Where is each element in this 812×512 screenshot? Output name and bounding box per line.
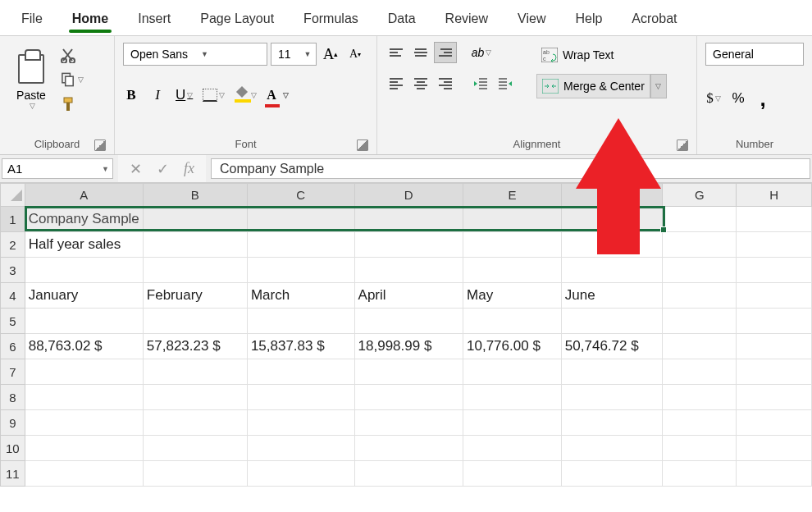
cell-f5[interactable]	[561, 309, 662, 334]
cell-g2[interactable]	[663, 232, 737, 258]
row-header-5[interactable]: 5	[1, 309, 25, 334]
cell-e4[interactable]: May	[463, 283, 562, 309]
cell-e1[interactable]	[463, 207, 562, 232]
cell-d11[interactable]	[354, 461, 463, 487]
tab-review[interactable]: Review	[431, 3, 503, 33]
cell-f11[interactable]	[561, 461, 662, 487]
cell-a9[interactable]	[25, 410, 143, 436]
alignment-dialog-launcher[interactable]	[677, 139, 688, 151]
cell-h3[interactable]	[737, 258, 812, 283]
row-header-1[interactable]: 1	[1, 207, 25, 232]
cell-b3[interactable]	[143, 258, 247, 283]
cell-h10[interactable]	[737, 436, 812, 461]
clipboard-dialog-launcher[interactable]	[94, 139, 106, 151]
cell-a2[interactable]: Half year sales	[25, 232, 143, 258]
cell-c3[interactable]	[247, 258, 354, 283]
cell-a7[interactable]	[25, 359, 143, 385]
cell-e11[interactable]	[463, 461, 562, 487]
merge-center-button[interactable]: Merge & Center	[536, 74, 650, 98]
cell-e8[interactable]	[463, 385, 562, 410]
cell-b6[interactable]: 57,823.23 $	[143, 334, 247, 359]
col-header-e[interactable]: E	[463, 184, 562, 207]
align-top-button[interactable]	[385, 43, 407, 62]
row-header-11[interactable]: 11	[1, 461, 25, 487]
accounting-format-button[interactable]: $▽	[705, 89, 722, 108]
cell-c10[interactable]	[247, 436, 354, 461]
col-header-f[interactable]: F	[561, 184, 662, 207]
row-header-6[interactable]: 6	[1, 334, 25, 359]
row-header-8[interactable]: 8	[1, 385, 25, 410]
row-header-7[interactable]: 7	[1, 359, 25, 385]
cell-a10[interactable]	[25, 436, 143, 461]
increase-indent-button[interactable]	[495, 74, 517, 94]
cell-c2[interactable]	[247, 232, 354, 258]
cell-b8[interactable]	[143, 385, 247, 410]
name-box[interactable]: A1 ▼	[2, 158, 113, 179]
cell-a8[interactable]	[25, 385, 143, 410]
cell-b2[interactable]	[143, 232, 247, 258]
cell-h11[interactable]	[737, 461, 812, 487]
cell-g11[interactable]	[663, 461, 737, 487]
tab-formulas[interactable]: Formulas	[289, 3, 373, 33]
row-header-4[interactable]: 4	[1, 283, 25, 309]
cell-c8[interactable]	[247, 385, 354, 410]
insert-function-button[interactable]: fx	[184, 160, 194, 177]
cell-g3[interactable]	[663, 258, 737, 283]
cell-d10[interactable]	[354, 436, 463, 461]
cell-e9[interactable]	[463, 410, 562, 436]
col-header-a[interactable]: A	[25, 184, 143, 207]
cell-a1[interactable]: Company Sample	[25, 207, 143, 232]
cell-f4[interactable]: June	[561, 283, 662, 309]
select-all-button[interactable]	[1, 184, 25, 207]
cell-d9[interactable]	[354, 410, 463, 436]
copy-button[interactable]: ▽	[61, 71, 84, 89]
decrease-indent-button[interactable]	[471, 74, 492, 94]
align-right-button[interactable]	[435, 74, 456, 94]
format-painter-button[interactable]	[61, 95, 84, 113]
col-header-h[interactable]: H	[737, 184, 812, 207]
font-name-combo[interactable]: Open Sans▼	[123, 43, 267, 66]
cell-a4[interactable]: January	[25, 283, 143, 309]
col-header-c[interactable]: C	[247, 184, 354, 207]
percent-format-button[interactable]: %	[730, 89, 746, 108]
cell-f7[interactable]	[561, 359, 662, 385]
cell-g5[interactable]	[663, 309, 737, 334]
tab-view[interactable]: View	[503, 3, 560, 33]
row-header-2[interactable]: 2	[1, 232, 25, 258]
fill-color-button[interactable]: ▽	[235, 85, 257, 105]
comma-format-button[interactable]: ,	[755, 89, 771, 108]
cell-g9[interactable]	[663, 410, 737, 436]
cell-h2[interactable]	[737, 232, 812, 258]
cell-h7[interactable]	[737, 359, 812, 385]
font-dialog-launcher[interactable]	[357, 139, 368, 151]
cell-g8[interactable]	[663, 385, 737, 410]
cell-a5[interactable]	[25, 309, 143, 334]
cell-e7[interactable]	[463, 359, 562, 385]
align-middle-button[interactable]	[410, 43, 431, 62]
wrap-text-button[interactable]: abc Wrap Text	[536, 43, 667, 67]
cell-e10[interactable]	[463, 436, 562, 461]
cell-d3[interactable]	[354, 258, 463, 283]
cell-h5[interactable]	[737, 309, 812, 334]
cell-b5[interactable]	[143, 309, 247, 334]
col-header-g[interactable]: G	[663, 184, 737, 207]
row-header-3[interactable]: 3	[1, 258, 25, 283]
tab-acrobat[interactable]: Acrobat	[617, 3, 691, 33]
col-header-d[interactable]: D	[354, 184, 463, 207]
cell-d5[interactable]	[354, 309, 463, 334]
number-format-combo[interactable]: General	[705, 43, 804, 66]
formula-bar-input[interactable]: Company Sample	[211, 158, 810, 179]
row-header-9[interactable]: 9	[1, 410, 25, 436]
cell-h6[interactable]	[737, 334, 812, 359]
cell-d1[interactable]	[354, 207, 463, 232]
cell-d7[interactable]	[354, 359, 463, 385]
increase-font-button[interactable]: A▴	[320, 43, 341, 65]
font-color-button[interactable]: A▽	[267, 85, 284, 105]
cell-h8[interactable]	[737, 385, 812, 410]
decrease-font-button[interactable]: A▾	[344, 43, 366, 65]
cell-a11[interactable]	[25, 461, 143, 487]
formula-cancel-button[interactable]: ✕	[130, 160, 142, 178]
paste-button[interactable]: Paste ▽	[8, 43, 54, 121]
cell-b1[interactable]	[143, 207, 247, 232]
cell-c5[interactable]	[247, 309, 354, 334]
